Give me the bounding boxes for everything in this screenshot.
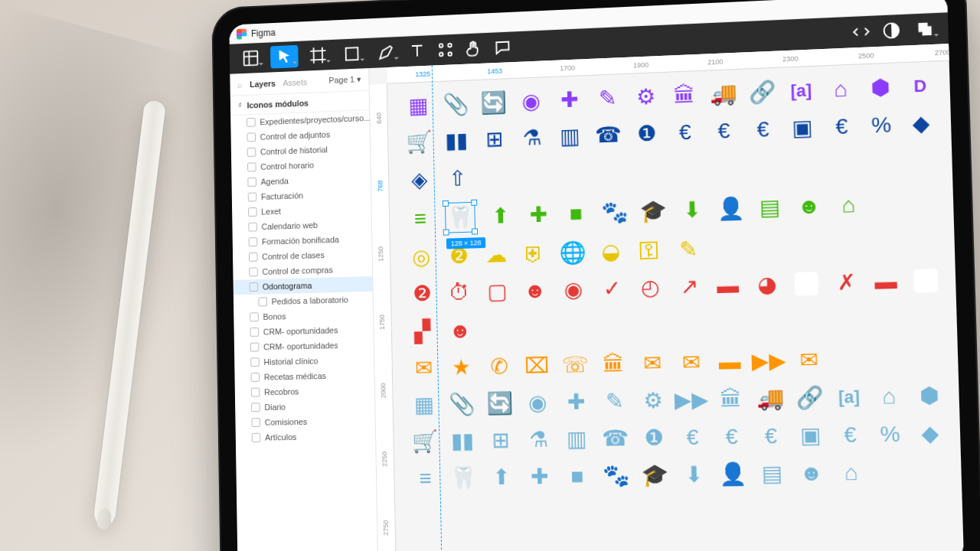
euro-circle-icon[interactable]: € xyxy=(718,423,746,450)
dev-mode-button[interactable] xyxy=(849,20,874,44)
letter-d-icon[interactable]: D xyxy=(906,73,935,100)
pin-drop-icon[interactable]: ◒ xyxy=(597,239,624,266)
percent-icon[interactable]: % xyxy=(876,421,904,448)
phone-clock-icon[interactable]: ✆ xyxy=(485,354,511,380)
sliders-icon[interactable]: ≡ xyxy=(413,465,439,491)
hand-tool-button[interactable] xyxy=(462,37,485,60)
books-icon[interactable]: ▥ xyxy=(564,426,590,453)
cube-icon[interactable]: ⬢ xyxy=(867,74,894,102)
paperclip-icon[interactable]: 📎 xyxy=(443,91,469,118)
briefcase-icon[interactable]: ▬ xyxy=(714,272,742,299)
canvas-area[interactable]: 1325145317001900210023002500270029003100… xyxy=(369,44,964,551)
mail-send-icon[interactable]: ✉ xyxy=(639,350,665,377)
brackets-a-icon[interactable]: [a] xyxy=(835,383,863,411)
house-icon[interactable]: ⌂ xyxy=(835,191,862,219)
graduation-icon[interactable]: 🎓 xyxy=(641,462,668,489)
target-icon[interactable]: ◎ xyxy=(408,244,434,271)
comment-tool-button[interactable] xyxy=(491,35,514,59)
folder-icon[interactable]: ■ xyxy=(564,463,591,490)
doc-1-icon[interactable]: ❶ xyxy=(640,425,667,452)
bank-icon[interactable]: 🏛 xyxy=(717,386,745,412)
tooth-icon[interactable]: 🦷 xyxy=(450,465,476,491)
main-menu-button[interactable] xyxy=(237,47,265,70)
trend-up-icon[interactable]: ↗ xyxy=(675,273,702,300)
layers-tab[interactable]: Layers xyxy=(250,79,276,89)
books-icon[interactable]: ▥ xyxy=(557,123,583,150)
stopwatch-icon[interactable]: ⏱ xyxy=(446,279,472,306)
pen-icon[interactable]: ✎ xyxy=(594,85,621,112)
mail-icon[interactable]: ✉ xyxy=(410,355,436,382)
calculator-icon[interactable]: ⊞ xyxy=(481,126,507,153)
baby-icon[interactable]: ☻ xyxy=(798,460,825,487)
table-icon[interactable]: ▦ xyxy=(405,93,431,119)
folder-plus-icon[interactable]: ✚ xyxy=(526,464,553,491)
paw-icon[interactable]: 🐾 xyxy=(601,199,628,226)
diamond-icon[interactable]: ◆ xyxy=(907,110,936,138)
brackets-a-icon[interactable]: [a] xyxy=(788,77,815,105)
flag-icon[interactable]: ▬ xyxy=(872,268,900,295)
paw-icon[interactable]: 🐾 xyxy=(603,462,629,489)
file-plus-icon[interactable]: ✚ xyxy=(556,86,583,113)
user-side-icon[interactable]: ☻ xyxy=(447,318,473,344)
fingerprint-icon[interactable]: ◉ xyxy=(524,390,551,416)
euro-circle-icon[interactable]: € xyxy=(710,118,737,145)
clipboard-icon[interactable]: ▢ xyxy=(484,279,510,305)
text-tool-button[interactable] xyxy=(406,39,429,63)
percent-icon[interactable]: % xyxy=(867,112,895,139)
house-small-icon[interactable]: ⌂ xyxy=(827,76,854,103)
cart-icon[interactable]: 🛒 xyxy=(406,129,432,156)
pencil-slash-icon[interactable]: ✗ xyxy=(832,269,860,297)
shape-tool-button[interactable] xyxy=(338,42,366,66)
file-plus-icon[interactable]: ✚ xyxy=(563,389,590,416)
artboard[interactable]: ▦📎🔄◉✚✎⚙🏛🚚🔗[a]⌂⬢D🛒▮▮⊞⚗▥☎❶€€€▣€%◆◈⇧≡🦷128 ×… xyxy=(387,61,964,551)
user-icon[interactable]: 👤 xyxy=(719,461,746,487)
cabinet-icon[interactable]: ▤ xyxy=(756,194,783,222)
page-selector[interactable]: Page 1 ▾ xyxy=(328,74,361,85)
user-icon[interactable]: 👤 xyxy=(717,195,744,222)
euro-ring-icon[interactable]: € xyxy=(828,113,855,141)
pen-tool-button[interactable] xyxy=(371,41,400,64)
refresh-icon[interactable]: 🔄 xyxy=(486,390,512,417)
calculator-icon[interactable]: ⊞ xyxy=(487,427,513,454)
cabinet-icon[interactable]: ▤ xyxy=(758,461,786,487)
stairs-icon[interactable]: ▞ xyxy=(410,318,436,345)
assets-tab[interactable]: Assets xyxy=(283,77,307,87)
house-up-icon[interactable]: ⇧ xyxy=(444,165,470,192)
book-open-icon[interactable]: ▣ xyxy=(797,422,825,449)
folder-plus-icon[interactable]: ✚ xyxy=(524,201,550,228)
pin-circle-icon[interactable]: ◉ xyxy=(560,276,586,303)
cal-euro-icon[interactable]: € xyxy=(671,119,698,145)
star-icon[interactable]: ★ xyxy=(448,354,474,381)
doc-1-icon[interactable]: ❶ xyxy=(633,120,660,147)
euro-square-icon[interactable]: € xyxy=(750,116,777,144)
upload-icon[interactable]: ⬆ xyxy=(488,465,514,491)
resources-button[interactable] xyxy=(434,38,457,62)
gear-icon[interactable]: ⚙ xyxy=(639,387,666,414)
euro-diamond-icon[interactable]: ◈ xyxy=(407,167,433,194)
euro-ring-icon[interactable]: € xyxy=(836,422,864,449)
fax-icon[interactable]: ⌧ xyxy=(524,353,550,380)
chat-icon[interactable]: ▬ xyxy=(716,348,743,375)
user-gear-icon[interactable]: ☻ xyxy=(522,278,549,305)
selected-icon[interactable]: 🦷128 × 128 xyxy=(445,202,475,233)
edit-square-icon[interactable]: ✎ xyxy=(675,236,701,263)
euro-square-icon[interactable]: € xyxy=(757,422,785,449)
graduation-icon[interactable]: 🎓 xyxy=(639,198,666,225)
download-icon[interactable]: ⬇ xyxy=(678,197,705,223)
book-open-icon[interactable]: ▣ xyxy=(789,115,816,142)
key-icon[interactable]: ⚿ xyxy=(635,237,662,264)
globe-icon[interactable]: 🌐 xyxy=(559,240,586,266)
upload-icon[interactable]: ⬆ xyxy=(487,203,513,230)
share-menu-button[interactable] xyxy=(910,17,941,41)
link-icon[interactable]: 🔗 xyxy=(795,384,823,411)
sliders-icon[interactable]: ≡ xyxy=(407,205,433,232)
bar-chart-icon[interactable]: ▮▮ xyxy=(443,128,469,155)
phone-old-icon[interactable]: ☎ xyxy=(602,425,629,452)
truck-icon[interactable]: 🚚 xyxy=(710,80,737,108)
a-badge-icon[interactable]: A xyxy=(912,267,940,295)
bank-icon[interactable]: 🏛 xyxy=(671,82,697,109)
move-tool-button[interactable] xyxy=(270,45,299,69)
shield-icon[interactable]: ⛨ xyxy=(521,241,547,268)
bank-icon[interactable]: 🏛 xyxy=(600,351,627,378)
search-icon[interactable]: ⌕ xyxy=(237,80,243,89)
